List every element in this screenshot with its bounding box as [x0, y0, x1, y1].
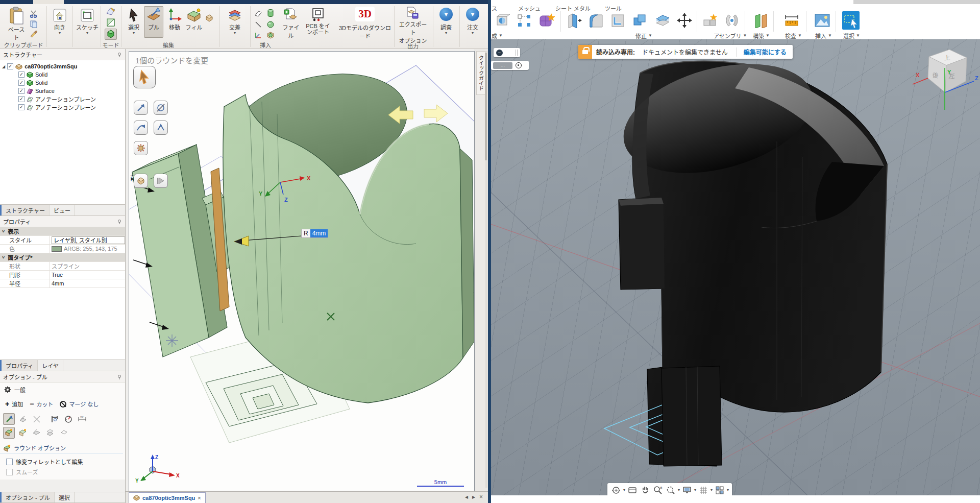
create-freeform-button[interactable]: [538, 11, 555, 30]
download-3d-button[interactable]: 3D 3Dモデルのダウンロード: [337, 6, 393, 40]
close-all-icon[interactable]: ×: [479, 493, 483, 500]
style-value-combo[interactable]: レイヤ別, スタイル別: [52, 236, 125, 244]
pull-copy-button[interactable]: [31, 413, 42, 425]
cut-button[interactable]: [29, 9, 39, 18]
solid-mode-button[interactable]: [105, 29, 117, 40]
revolve-option-button[interactable]: [154, 101, 168, 115]
full-pull-option-button[interactable]: [134, 141, 148, 155]
tree-node-label[interactable]: アノテーションプレーン: [35, 103, 96, 111]
shell-button[interactable]: [609, 11, 626, 30]
dsm-viewport[interactable]: X Y Z 前: [129, 51, 475, 491]
tree-row[interactable]: ✓ Solid: [0, 70, 125, 79]
export-options-button[interactable]: エクスポート オプション: [397, 6, 429, 45]
combine-button[interactable]: [631, 11, 648, 30]
dimension-value-input[interactable]: 4mm: [310, 229, 328, 237]
draft-option-button[interactable]: [154, 121, 168, 135]
select-tool-button[interactable]: 選択 ▾: [125, 7, 143, 36]
checkbox[interactable]: ✓: [18, 80, 24, 86]
move-copy-button[interactable]: [676, 11, 693, 30]
expander-icon[interactable]: ◢: [2, 64, 5, 69]
construct-plane-button[interactable]: [752, 11, 770, 30]
tab-structure[interactable]: ストラクチャー: [0, 205, 50, 215]
pull-tool-button[interactable]: プル: [144, 6, 163, 38]
round-options-header[interactable]: ラウンド オプション: [0, 439, 123, 453]
scrollbar-thumb[interactable]: [485, 53, 487, 160]
copy-face-option-button[interactable]: [134, 174, 148, 188]
insert-axes-button[interactable]: [253, 31, 264, 41]
section-display[interactable]: ˅表示: [0, 227, 125, 236]
pull-direction-option-button[interactable]: [134, 101, 148, 115]
intersect-button[interactable]: 交差 ▾: [223, 7, 247, 36]
copy-edge-button[interactable]: [44, 427, 56, 439]
variable-fillet-checkbox[interactable]: [6, 459, 13, 465]
zoom-button[interactable]: ±: [652, 485, 664, 495]
insert-cylinder-button[interactable]: [265, 8, 276, 19]
browser-collapsed-bar[interactable]: −: [494, 48, 520, 57]
play-option-button[interactable]: [154, 174, 168, 188]
root-node-label[interactable]: ca870optic3mmSqu: [24, 63, 77, 69]
tree-node-label[interactable]: Solid: [35, 80, 47, 86]
move-tool-button[interactable]: 移動: [165, 7, 184, 32]
black-model-foot[interactable]: [662, 366, 722, 466]
viewports-button[interactable]: [714, 485, 725, 495]
gauge-button[interactable]: [62, 413, 74, 425]
close-tab-icon[interactable]: ×: [198, 495, 201, 501]
tab-options-pull[interactable]: オプション - プル: [0, 492, 55, 502]
insert-shell-button[interactable]: [265, 31, 276, 41]
fillet-button[interactable]: [587, 11, 604, 30]
caret-down-icon[interactable]: ▾: [623, 488, 625, 492]
document-tab-label[interactable]: ca870optic3mmSqu: [142, 495, 195, 501]
quick-guide-tab[interactable]: クイックガイド: [476, 51, 485, 95]
scrollbar[interactable]: [485, 51, 487, 488]
checkbox[interactable]: ✓: [7, 63, 13, 69]
select-cursor-button[interactable]: [133, 66, 156, 88]
cut-option[interactable]: カット: [36, 400, 53, 408]
copy-button[interactable]: [29, 19, 39, 29]
tree-row[interactable]: ✓ Surface: [0, 87, 125, 95]
select-button[interactable]: [842, 11, 860, 30]
measure-button[interactable]: [783, 11, 800, 30]
extrude-edge-button[interactable]: [31, 427, 42, 439]
new-component-button[interactable]: [702, 11, 719, 30]
pin-icon[interactable]: [117, 52, 122, 57]
pivot-edge-button[interactable]: [58, 427, 70, 439]
merge-option[interactable]: マージ なし: [69, 400, 99, 408]
grid-snap-button[interactable]: [698, 485, 709, 495]
orientation-button[interactable]: 向き ▾: [50, 7, 70, 36]
radius-value[interactable]: 4mm: [49, 279, 125, 288]
insert-sphere-button[interactable]: [265, 20, 276, 30]
add-option[interactable]: 追加: [12, 400, 23, 408]
sketch-button[interactable]: スケッチ ▾: [76, 7, 99, 36]
black-model[interactable]: [611, 45, 887, 466]
orbit-button[interactable]: [610, 485, 622, 495]
pin-icon[interactable]: [117, 374, 122, 379]
joint-button[interactable]: [723, 11, 741, 30]
sketch-mode-button[interactable]: [105, 6, 117, 17]
look-at-button[interactable]: [627, 485, 638, 495]
tab-properties[interactable]: プロパティ: [0, 360, 38, 371]
section-mode-button[interactable]: [105, 17, 117, 29]
pull-direction-button[interactable]: [3, 413, 15, 425]
general-section[interactable]: 一般: [0, 382, 125, 396]
checkbox[interactable]: ✓: [18, 88, 24, 94]
variable-fillet-label[interactable]: 徐変フィレットとして編集: [16, 458, 83, 466]
insert-line-button[interactable]: [253, 20, 264, 30]
paste-button[interactable]: ペースト: [5, 6, 28, 42]
insert-file-button[interactable]: ファイル: [280, 7, 302, 40]
caret-down-icon[interactable]: ▾: [727, 488, 729, 492]
section-facetype[interactable]: ˅面タイプ*: [0, 253, 125, 262]
tab-layers[interactable]: レイヤ: [38, 360, 63, 371]
fill-tool-button[interactable]: フィル: [185, 7, 203, 32]
order-button[interactable]: ▼ 注文 ▾: [462, 7, 483, 36]
tree-node-label[interactable]: Solid: [35, 71, 47, 78]
comment-collapsed-bar[interactable]: …: [491, 61, 529, 70]
view-cube[interactable]: 上 後 左 X Y Z: [913, 42, 980, 116]
next-tab-icon[interactable]: ▸: [472, 493, 475, 500]
pin-icon[interactable]: [117, 219, 122, 224]
press-pull-button[interactable]: [566, 11, 583, 30]
chamfer-button[interactable]: [17, 427, 29, 439]
offset-face-button[interactable]: [654, 11, 671, 30]
checkbox[interactable]: ✓: [18, 71, 24, 78]
fit-button[interactable]: [665, 485, 676, 495]
circular-value[interactable]: True: [49, 271, 125, 279]
